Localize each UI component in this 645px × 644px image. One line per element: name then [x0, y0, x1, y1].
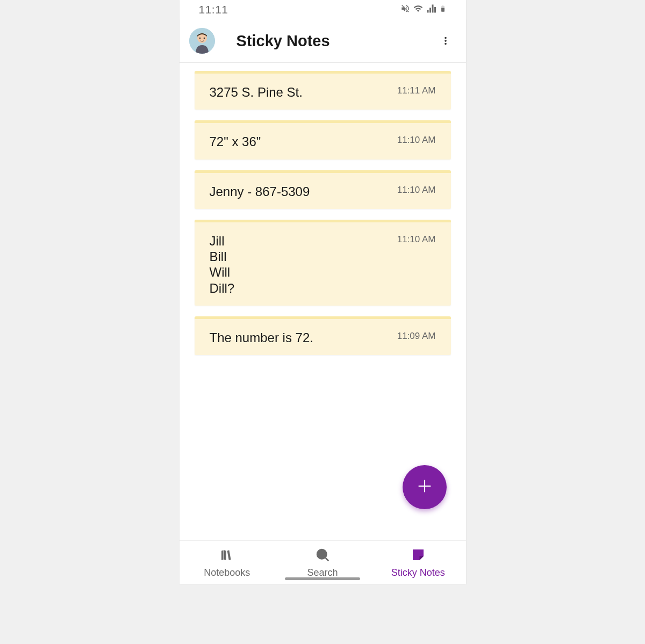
- search-icon: [314, 547, 331, 565]
- note-card[interactable]: The number is 72. 11:09 AM: [195, 316, 451, 355]
- note-time: 11:09 AM: [397, 329, 436, 342]
- nav-label: Notebooks: [204, 567, 250, 578]
- note-content: Jenny - 867-5309: [210, 183, 397, 199]
- nav-sticky-notes[interactable]: Sticky Notes: [370, 541, 466, 584]
- plus-icon: [415, 477, 434, 497]
- overflow-menu-button[interactable]: [435, 30, 456, 52]
- note-time: 11:10 AM: [397, 232, 436, 245]
- avatar[interactable]: [189, 28, 215, 54]
- nav-label: Search: [307, 567, 338, 578]
- add-note-button[interactable]: [403, 465, 447, 509]
- mute-icon: [400, 4, 410, 16]
- svg-point-6: [317, 549, 327, 559]
- home-indicator[interactable]: [285, 577, 360, 580]
- note-card[interactable]: 3275 S. Pine St. 11:11 AM: [195, 71, 451, 110]
- note-content: 3275 S. Pine St.: [210, 83, 397, 100]
- svg-point-3: [203, 38, 205, 39]
- note-content: 72" x 36": [210, 133, 397, 149]
- note-time: 11:10 AM: [397, 183, 436, 196]
- notebooks-icon: [219, 547, 235, 565]
- note-content: Jill Bill Will Dill?: [210, 232, 397, 296]
- note-card[interactable]: 72" x 36" 11:10 AM: [195, 120, 451, 159]
- status-time: 11:11: [199, 3, 228, 16]
- svg-line-7: [326, 558, 329, 561]
- status-icons: [400, 4, 447, 16]
- wifi-icon: [413, 4, 423, 16]
- app-screen: 11:11: [180, 0, 466, 584]
- note-content: The number is 72.: [210, 329, 397, 345]
- app-header: Sticky Notes: [180, 19, 466, 63]
- page-title: Sticky Notes: [236, 32, 435, 50]
- note-time: 11:10 AM: [397, 133, 436, 146]
- svg-point-2: [199, 38, 200, 39]
- note-time: 11:11 AM: [397, 83, 436, 96]
- sticky-notes-icon: [410, 547, 426, 565]
- note-card[interactable]: Jenny - 867-5309 11:10 AM: [195, 170, 451, 209]
- status-bar: 11:11: [180, 0, 466, 19]
- nav-label: Sticky Notes: [391, 567, 445, 578]
- note-card[interactable]: Jill Bill Will Dill? 11:10 AM: [195, 220, 451, 306]
- nav-notebooks[interactable]: Notebooks: [180, 541, 275, 584]
- battery-icon: [439, 4, 447, 16]
- signal-icon: [426, 4, 436, 16]
